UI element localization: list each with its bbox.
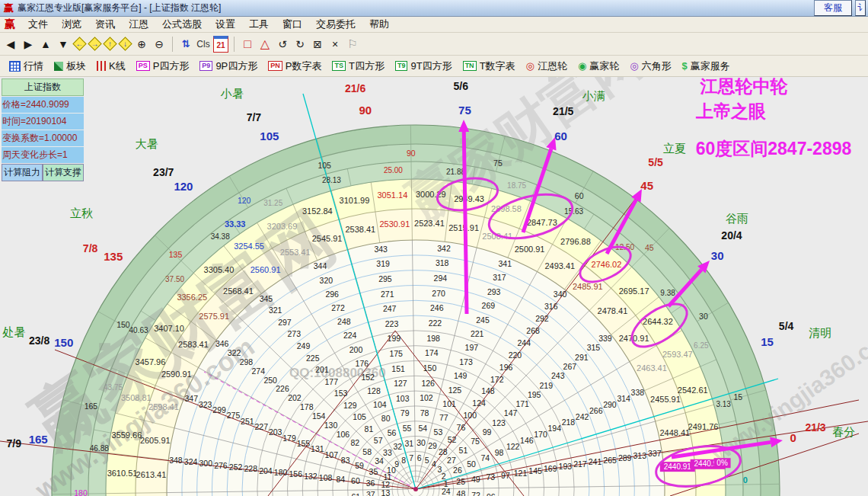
svg-text:37: 37 <box>366 490 375 496</box>
menu-交易委托[interactable]: 交易委托 <box>309 16 362 33</box>
menu-文件[interactable]: 文件 <box>21 16 55 33</box>
prev-page-icon[interactable]: ▲ <box>38 36 53 53</box>
p-table-button[interactable]: PNP数字表 <box>263 58 326 75</box>
zoom-out-icon[interactable]: ⊖ <box>152 36 167 53</box>
9t-square-button[interactable]: T99T四方形 <box>391 58 457 75</box>
sector-button[interactable]: 板块 <box>49 58 91 75</box>
next-page-icon[interactable]: ▼ <box>56 36 71 53</box>
clipped-button[interactable]: 讠 <box>855 0 866 16</box>
toolbar-label: P四方形 <box>153 59 190 73</box>
svg-text:7/8: 7/8 <box>83 242 98 254</box>
pan-left-icon[interactable]: ← <box>73 37 86 50</box>
dollar-icon: $ <box>682 61 688 71</box>
window-title: 赢家江恩专业版[赢家服务平台] - [上证指数 江恩轮] <box>18 2 221 14</box>
svg-text:52: 52 <box>448 435 457 444</box>
svg-text:105: 105 <box>260 130 279 142</box>
svg-text:2500.91: 2500.91 <box>515 245 545 254</box>
svg-text:2440.91: 2440.91 <box>664 462 692 471</box>
gann-wheel-chart[interactable]: 赢家财富网www.yingjia360.com赢家财富网www.yingjia3… <box>0 77 868 496</box>
menu-资讯[interactable]: 资讯 <box>88 16 122 33</box>
svg-text:203: 203 <box>269 427 282 437</box>
svg-text:2478.41: 2478.41 <box>598 306 628 315</box>
svg-text:217: 217 <box>573 459 587 469</box>
menu-江恩[interactable]: 江恩 <box>122 16 155 33</box>
svg-text:149: 149 <box>454 371 468 380</box>
board-icon[interactable]: ⚐ <box>345 36 360 53</box>
rotate-cw-icon[interactable]: ↻ <box>292 36 308 53</box>
svg-text:128: 128 <box>367 386 381 395</box>
pan-down-icon[interactable]: ↓ <box>119 37 132 50</box>
svg-text:246: 246 <box>430 303 444 312</box>
svg-text:处暑: 处暑 <box>2 325 25 338</box>
svg-text:27: 27 <box>447 456 456 465</box>
t-square-button[interactable]: TST四方形 <box>327 58 388 75</box>
svg-text:75: 75 <box>458 104 471 117</box>
quote-button[interactable]: 行情 <box>5 58 48 75</box>
svg-text:78: 78 <box>420 408 429 418</box>
step-value: 周天变化步长=1 <box>2 147 84 163</box>
svg-text:247: 247 <box>383 304 397 313</box>
svg-text:2593.47: 2593.47 <box>662 350 693 359</box>
9p-square-button[interactable]: P99P四方形 <box>195 58 262 75</box>
svg-text:2491.76: 2491.76 <box>688 422 719 431</box>
svg-text:3356.25: 3356.25 <box>177 293 207 302</box>
svg-text:276: 276 <box>214 461 228 470</box>
pan-up-icon[interactable]: ↑ <box>104 37 116 50</box>
svg-text:228: 228 <box>244 464 258 473</box>
menu-items: 文件浏览资讯江恩公式选股设置工具窗口交易委托帮助 <box>21 16 396 33</box>
svg-text:6: 6 <box>417 453 422 462</box>
svg-text:清明: 清明 <box>809 326 831 339</box>
svg-text:198: 198 <box>426 334 440 343</box>
calc-resistance-button[interactable]: 计算阻力 <box>2 164 43 181</box>
triangle-tool-icon[interactable]: △ <box>257 36 273 53</box>
svg-text:154: 154 <box>312 411 326 421</box>
updown-icon[interactable]: ⇅ <box>178 36 193 53</box>
svg-text:122: 122 <box>506 442 520 451</box>
square-tool-icon[interactable]: □ <box>240 36 255 53</box>
svg-text:90: 90 <box>407 149 416 158</box>
back-icon[interactable]: ◀ <box>3 36 18 53</box>
calendar-icon[interactable]: 21 <box>213 36 228 53</box>
menu-帮助[interactable]: 帮助 <box>362 16 396 33</box>
zoom-in-icon[interactable]: ⊕ <box>134 36 149 53</box>
svg-text:2560.91: 2560.91 <box>251 265 281 274</box>
menu-工具[interactable]: 工具 <box>242 16 276 33</box>
hexagon-button[interactable]: ◎六角形 <box>625 58 675 75</box>
instrument-name: 上证指数 <box>2 78 84 96</box>
service-button[interactable]: $赢家服务 <box>678 58 735 75</box>
forward-icon[interactable]: ▶ <box>21 36 36 53</box>
svg-text:3254.55: 3254.55 <box>234 242 264 251</box>
gann-wheel-button[interactable]: ◎江恩轮 <box>522 58 572 75</box>
menu-公式选股[interactable]: 公式选股 <box>155 16 209 33</box>
svg-text:178: 178 <box>300 402 314 411</box>
svg-text:2463.41: 2463.41 <box>637 363 667 373</box>
kline-button[interactable]: K线 <box>92 58 130 75</box>
pan-right-icon[interactable]: → <box>88 37 101 50</box>
cls-button[interactable]: Cls <box>196 36 211 53</box>
menu-浏览[interactable]: 浏览 <box>55 16 88 33</box>
winner-wheel-button[interactable]: ◉赢家轮 <box>573 58 624 75</box>
toolbar-label: 板块 <box>66 59 86 73</box>
svg-text:227: 227 <box>254 422 268 431</box>
customer-service-button[interactable]: 客服 <box>814 0 852 16</box>
svg-text:74: 74 <box>480 453 490 462</box>
p-square-button[interactable]: PSP四方形 <box>132 58 194 75</box>
svg-text:春分: 春分 <box>832 425 855 438</box>
menu-窗口[interactable]: 窗口 <box>276 16 309 33</box>
svg-text:147: 147 <box>504 408 518 418</box>
svg-text:61: 61 <box>351 492 360 496</box>
menu-设置[interactable]: 设置 <box>209 16 242 33</box>
svg-text:77: 77 <box>439 413 448 422</box>
svg-text:2545.91: 2545.91 <box>312 234 343 243</box>
svg-text:201: 201 <box>315 365 329 374</box>
rotate-ccw-icon[interactable]: ↺ <box>275 36 290 53</box>
calc-support-button[interactable]: 计算支撑 <box>43 164 84 181</box>
svg-text:347: 347 <box>185 394 199 403</box>
svg-text:299: 299 <box>212 405 226 414</box>
box-x-icon[interactable]: ⊠ <box>310 36 325 53</box>
instrument-panel: 上证指数 价格=2440.9099 时间=20190104 变换系数=1.000… <box>2 78 84 181</box>
t-table-button[interactable]: TNT数字表 <box>458 58 520 75</box>
svg-text:90: 90 <box>359 104 372 117</box>
svg-text:297: 297 <box>278 318 292 327</box>
move-icon[interactable]: × <box>327 36 343 53</box>
